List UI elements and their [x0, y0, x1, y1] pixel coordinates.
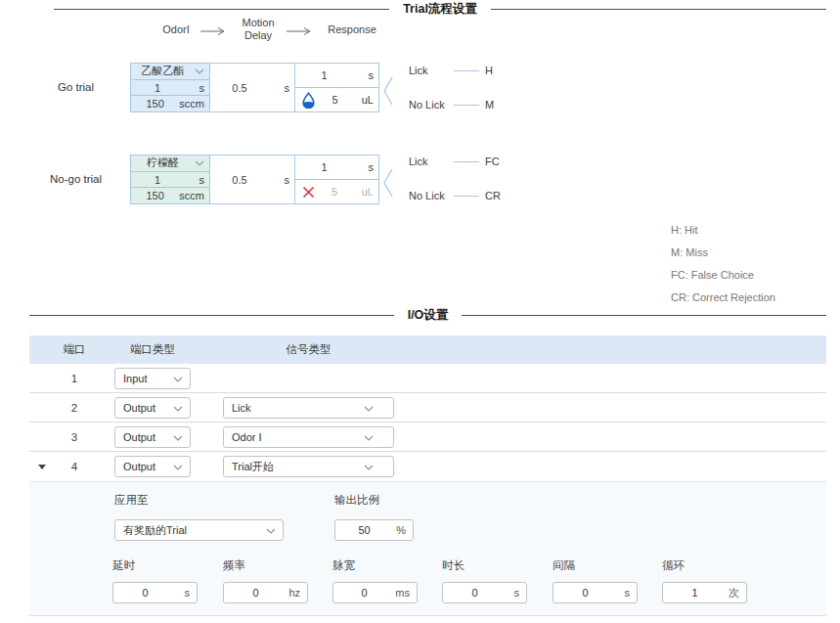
- go-odor-name: 乙酸乙酯: [131, 64, 195, 78]
- nogo-odor-flow: 150: [131, 190, 179, 201]
- chevron-down-icon: [364, 465, 374, 470]
- flow-step-motion-line2: Delay: [237, 29, 280, 42]
- nogo-odor-name: 柠檬醛: [131, 156, 195, 170]
- port-type-dropdown-2[interactable]: Output: [114, 397, 191, 419]
- io-table-row-4[interactable]: 4 Output Trial开始: [29, 452, 826, 481]
- flow-step-motion-line1: Motion: [237, 17, 280, 29]
- go-outcome-lick-action: Lick: [409, 65, 454, 76]
- port-number: 2: [55, 402, 94, 414]
- nogo-reward-unit: uL: [353, 186, 378, 198]
- io-table-header-row: 端口 端口类型 信号类型: [29, 335, 826, 364]
- flow-step-motion-delay: Motion Delay: [237, 17, 280, 42]
- io-table-row-1[interactable]: 1 Input: [29, 364, 826, 393]
- nogo-outcome-nolick: No Lick CR: [409, 190, 503, 201]
- go-delay-box[interactable]: 0.5 s: [209, 63, 295, 112]
- frequency-input[interactable]: 0 hz: [223, 582, 308, 603]
- nogo-delay-box[interactable]: 0.5 s: [209, 155, 295, 204]
- divider-line: [54, 9, 389, 10]
- nogo-outcome-lick-action: Lick: [409, 156, 454, 167]
- go-odor-select[interactable]: 乙酸乙酯: [131, 64, 209, 79]
- go-outcome-nolick: No Lick M: [409, 99, 503, 111]
- output-ratio-unit: %: [393, 524, 413, 536]
- output-ratio-label: 输出比例: [334, 493, 379, 508]
- io-table-row-3[interactable]: 3 Output Odor I: [29, 423, 826, 452]
- duration-value: 0: [443, 587, 507, 599]
- duration-label: 时长: [442, 558, 527, 573]
- chevron-down-icon: [173, 377, 183, 382]
- port-type-value: Input: [123, 373, 147, 384]
- divider-line: [29, 315, 394, 316]
- go-response-window-unit: s: [353, 69, 378, 81]
- go-delay-unit: s: [269, 82, 294, 94]
- trial-flow-section-header: Trial流程设置: [54, 2, 826, 16]
- pulse-width-value: 0: [333, 587, 395, 599]
- interval-label: 间隔: [553, 558, 638, 573]
- pulse-width-label: 脉宽: [332, 558, 418, 573]
- legend-hit: H: Hit: [671, 224, 775, 238]
- connector-line: [454, 196, 479, 197]
- collapse-row-icon[interactable]: [38, 465, 46, 469]
- interval-input[interactable]: 0 s: [553, 582, 638, 603]
- interval-value: 0: [553, 587, 617, 599]
- nogo-odor-select[interactable]: 柠檬醛: [131, 156, 209, 171]
- port-type-dropdown-1[interactable]: Input: [114, 368, 191, 389]
- nogo-outcome-lick: Lick FC: [409, 156, 503, 167]
- duration-unit: s: [507, 587, 526, 599]
- go-response-box[interactable]: 1 s 5 uL: [294, 63, 379, 112]
- duration-field: 时长 0 s: [442, 558, 527, 603]
- go-odor-duration-cell[interactable]: 1 s: [131, 79, 209, 96]
- signal-type-dropdown-2[interactable]: Lick: [223, 397, 394, 419]
- go-odor-flow-cell[interactable]: 150 sccm: [131, 95, 209, 111]
- apply-to-dropdown[interactable]: 有奖励的Trial: [114, 519, 284, 541]
- nogo-reward-volume: 5: [316, 186, 353, 198]
- port-number: 1: [55, 373, 94, 384]
- outcome-legend: H: Hit M: Miss FC: False Choice CR: Corr…: [671, 224, 775, 314]
- nogo-odor-duration: 1: [131, 174, 184, 186]
- signal-type-value: Odor I: [232, 431, 262, 443]
- nogo-response-window-unit: s: [353, 161, 378, 173]
- connector-line: [454, 70, 479, 71]
- cycles-value: 1: [663, 587, 727, 599]
- chevron-down-icon: [173, 435, 183, 441]
- apply-to-value: 有奖励的Trial: [123, 523, 187, 538]
- go-outcome-lick-result: H: [485, 65, 503, 76]
- go-delay-value: 0.5: [210, 82, 269, 94]
- port-type-dropdown-4[interactable]: Output: [114, 456, 191, 477]
- io-section-title: I/O设置: [408, 307, 449, 324]
- signal-type-value: Lick: [232, 402, 251, 414]
- pulse-width-input[interactable]: 0 ms: [332, 582, 418, 603]
- port-type-value: Output: [123, 431, 155, 443]
- nogo-odor-duration-cell[interactable]: 1 s: [131, 171, 209, 188]
- nogo-trial-label: No-go trial: [29, 173, 122, 185]
- branch-chevron-icon: [382, 76, 394, 106]
- cycles-input[interactable]: 1 次: [662, 582, 747, 603]
- signal-type-dropdown-4[interactable]: Trial开始: [223, 456, 394, 477]
- apply-to-label: 应用至: [114, 493, 149, 508]
- flow-arrow-icon: [199, 26, 227, 36]
- frequency-unit: hz: [287, 587, 307, 599]
- nogo-odor-flow-cell[interactable]: 150 sccm: [131, 187, 209, 203]
- go-odor-flow: 150: [131, 98, 179, 110]
- signal-type-dropdown-3[interactable]: Odor I: [223, 426, 394, 448]
- port-type-column-header: 端口类型: [114, 342, 191, 357]
- port-type-dropdown-3[interactable]: Output: [114, 426, 191, 448]
- io-table: 端口 端口类型 信号类型 1 Input 2 Output: [29, 335, 826, 481]
- delay-value: 0: [113, 587, 177, 599]
- frequency-field: 频率 0 hz: [223, 558, 308, 603]
- legend-correct-rejection: CR: Correct Rejection: [671, 291, 775, 305]
- duration-input[interactable]: 0 s: [442, 582, 527, 603]
- chevron-down-icon: [195, 68, 204, 74]
- signal-type-value: Trial开始: [232, 460, 274, 474]
- nogo-response-box[interactable]: 1 s 5 uL: [294, 155, 379, 204]
- water-drop-icon: [300, 92, 317, 109]
- interval-field: 间隔 0 s: [553, 558, 638, 603]
- go-odor-duration: 1: [131, 82, 184, 94]
- port4-detail-panel: 应用至 有奖励的Trial 输出比例 50 % 延时 0 s 频率 0 hz: [29, 481, 826, 616]
- output-ratio-input[interactable]: 50 %: [334, 519, 414, 541]
- io-table-row-2[interactable]: 2 Output Lick: [29, 393, 826, 423]
- go-outcome-lick: Lick H: [409, 65, 503, 76]
- go-odor-box: 乙酸乙酯 1 s 150 sccm: [130, 63, 210, 112]
- delay-input[interactable]: 0 s: [112, 582, 198, 603]
- legend-false-choice: FC: False Choice: [671, 269, 775, 283]
- pulse-width-field: 脉宽 0 ms: [332, 558, 418, 603]
